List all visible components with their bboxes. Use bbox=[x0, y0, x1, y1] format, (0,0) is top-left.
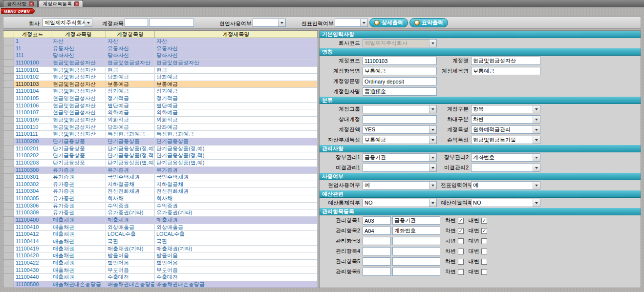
account-code-filter-input[interactable] bbox=[125, 19, 148, 27]
grid-row[interactable]: 11100106현금및현금성자산별단예금별단예금 bbox=[3, 103, 318, 110]
account-english-name-input[interactable] bbox=[363, 77, 437, 85]
dropdown-arrow-icon[interactable] bbox=[429, 182, 436, 189]
mgmt-name-input[interactable] bbox=[392, 216, 440, 225]
grid-header-cell[interactable]: 계정과목명 bbox=[51, 31, 106, 38]
mgmt-code-input[interactable] bbox=[363, 247, 391, 255]
grid-row[interactable]: 11100110현금및현금성자산당좌예금당좌예금 bbox=[3, 124, 318, 131]
mgmt-code-input[interactable] bbox=[363, 257, 391, 266]
account-name-filter-input[interactable] bbox=[149, 19, 194, 27]
dropdown-arrow-icon[interactable] bbox=[533, 105, 540, 113]
mgmt-name-input[interactable] bbox=[392, 237, 440, 245]
grid-row[interactable]: 11100111현금및현금성자산특정현금과예금특정현금과예금 bbox=[3, 131, 318, 138]
grid-row[interactable]: 11100109현금및현금성자산외화적금외화적금 bbox=[3, 117, 318, 124]
credit-checkbox[interactable] bbox=[481, 228, 487, 234]
open-item-mgmt1-select[interactable] bbox=[363, 164, 437, 172]
dropdown-arrow-icon[interactable] bbox=[429, 199, 436, 207]
grid-row[interactable]: 11100302유가증권지하철공채지하철공채 bbox=[3, 181, 318, 188]
grid-row[interactable]: 11100107현금및현금성자산외화예금외화예금 bbox=[3, 109, 318, 117]
dropdown-arrow-icon[interactable] bbox=[429, 126, 436, 133]
grid-header-cell[interactable]: 계정세목명 bbox=[155, 31, 318, 38]
dropdown-arrow-icon[interactable] bbox=[533, 182, 540, 189]
dropdown-arrow-icon[interactable] bbox=[429, 136, 436, 144]
grid-row[interactable]: 11100103현금및현금성자산보통예금보통예금 bbox=[3, 81, 318, 88]
credit-checkbox[interactable] bbox=[481, 259, 487, 265]
profit-loss-attr-select[interactable]: 현금및현금등가물 bbox=[471, 136, 540, 144]
dropdown-arrow-icon[interactable] bbox=[533, 199, 540, 207]
menu-open-button[interactable]: MENU OPEN bbox=[1, 8, 35, 14]
grid-row[interactable]: 11100300유가증권유가증권유가증권 bbox=[3, 167, 318, 174]
grid-row[interactable]: 11100202단기금융상품단기금융상품(정,적)단기금융상품(정,적) bbox=[3, 152, 318, 160]
dropdown-arrow-icon[interactable] bbox=[85, 19, 92, 26]
account-item-name-input[interactable] bbox=[363, 67, 437, 75]
dropdown-arrow-icon[interactable] bbox=[533, 116, 540, 123]
grid-row[interactable]: 111당좌자산당좌자산당좌자산 bbox=[3, 52, 318, 60]
grid-row[interactable]: 11100309유가증권유가증권(기타)유가증권(기타) bbox=[3, 209, 318, 217]
dropdown-arrow-icon[interactable] bbox=[533, 164, 540, 171]
grid-row[interactable]: 11100420매출채권받을어음받을어음 bbox=[3, 252, 318, 260]
account-detail-name-input[interactable] bbox=[471, 67, 540, 75]
grid-row[interactable]: 11100410매출채권외상매출금외상매출금 bbox=[3, 224, 318, 231]
credit-checkbox[interactable] bbox=[481, 218, 487, 224]
debit-checkbox[interactable] bbox=[458, 249, 464, 254]
account-balance-select[interactable]: YES bbox=[363, 125, 437, 134]
account-type-select[interactable]: 항목 bbox=[471, 105, 540, 113]
mgmt-code-input[interactable] bbox=[363, 227, 391, 235]
mgmt-code-input[interactable] bbox=[363, 216, 391, 225]
grid-row[interactable]: 11100306유가증권수익증권수익증권 bbox=[3, 203, 318, 210]
grid-row[interactable]: 11100100현금및현금성자산현금및현금성자산현금및현금성자산 bbox=[3, 60, 318, 67]
dropdown-arrow-icon[interactable] bbox=[429, 164, 436, 171]
asset-liability-attr-select[interactable]: 보통예금 bbox=[363, 136, 437, 144]
field-use-select[interactable]: 예 bbox=[363, 181, 437, 189]
grid-row[interactable]: 11100304유가증권전신전화채권전신전화채권 bbox=[3, 188, 318, 195]
dropdown-arrow-icon[interactable] bbox=[360, 19, 367, 26]
budget-carryover-select[interactable]: NO bbox=[471, 199, 540, 207]
tab-account-register[interactable]: 계정과목등록 × bbox=[39, 0, 83, 7]
grid-header-cell[interactable]: 계정코드 bbox=[14, 31, 51, 38]
credit-checkbox[interactable] bbox=[481, 269, 487, 275]
account-hanja-name-input[interactable] bbox=[363, 87, 437, 96]
mgmt-code-input[interactable] bbox=[363, 237, 391, 245]
dropdown-arrow-icon[interactable] bbox=[278, 19, 285, 26]
tab-notice[interactable]: 공지사항 × bbox=[3, 0, 38, 7]
grid-row[interactable]: 11100101현금및현금성자산현금현금 bbox=[3, 67, 318, 74]
open-item-mgmt2-select[interactable] bbox=[471, 164, 540, 172]
mgmt-name-input[interactable] bbox=[392, 247, 440, 255]
company-select[interactable]: 제일제지주식회사 bbox=[43, 19, 92, 27]
dropdown-arrow-icon[interactable] bbox=[533, 126, 540, 133]
grid-row[interactable]: 11100430매출채권부도어음부도어음 bbox=[3, 267, 318, 274]
debit-checkbox[interactable] bbox=[458, 269, 464, 275]
company-code-select[interactable]: 제일제지주식회사 bbox=[363, 39, 437, 47]
grid-row[interactable]: 11100203단기금융상품단기금융상품(별,예)단기금융상품(별,예) bbox=[3, 160, 318, 167]
credit-checkbox[interactable] bbox=[481, 238, 487, 244]
dropdown-arrow-icon[interactable] bbox=[533, 154, 540, 161]
grid-row[interactable]: 11100440매출채권수출대전수출대전 bbox=[3, 274, 318, 281]
mgmt-name-input[interactable] bbox=[392, 257, 440, 266]
grid-row[interactable]: 11100301유가증권국민주택채권국민주택채권 bbox=[3, 174, 318, 181]
mgmt-name-input[interactable] bbox=[392, 227, 440, 235]
dropdown-arrow-icon[interactable] bbox=[429, 105, 436, 113]
grid-row[interactable]: 11100305유가증권회사채회사채 bbox=[3, 195, 318, 203]
summary-print-button[interactable]: 요약출력 bbox=[409, 18, 448, 27]
grid-row[interactable]: 11100414매출채권국판국판 bbox=[3, 238, 318, 246]
grid-row[interactable]: 11유동자산유동자산유동자산 bbox=[3, 45, 318, 53]
grid-row[interactable]: 1자산자산자산 bbox=[3, 38, 318, 45]
grid-row[interactable]: 11100102현금및현금성자산당좌예금당좌예금 bbox=[3, 74, 318, 81]
mgmt-name-input[interactable] bbox=[392, 268, 440, 276]
counter-account-input[interactable] bbox=[363, 115, 437, 124]
debit-checkbox[interactable] bbox=[458, 218, 464, 224]
close-icon[interactable]: × bbox=[29, 1, 34, 6]
debit-credit-type-select[interactable]: 차변 bbox=[471, 115, 540, 124]
detail-print-button[interactable]: 상세출력 bbox=[369, 18, 408, 27]
grid-row[interactable]: 11100105현금및현금성자산정기적금정기적금 bbox=[3, 95, 318, 103]
grid-row[interactable]: 11100400매출채권매출채권매출채권 bbox=[3, 217, 318, 224]
debit-checkbox[interactable] bbox=[458, 259, 464, 265]
grid-row[interactable]: 11100104현금및현금성자산정기예금정기예금 bbox=[3, 88, 318, 95]
field-use-filter-select[interactable] bbox=[253, 19, 286, 27]
grid-row[interactable]: 11100412매출채권LOCAL수출LOCAL수출 bbox=[3, 231, 318, 238]
grid-row[interactable]: 11100500매출채권대손충당금매출채권대손충당금매출채권대손충당금 bbox=[3, 281, 318, 288]
mgmt-code-input[interactable] bbox=[363, 268, 391, 276]
grid-row[interactable]: 11100422매출채권할인어음할인어음 bbox=[3, 260, 318, 267]
account-attribute-select[interactable]: 원화예적금관리 bbox=[471, 125, 540, 134]
slip-entry-filter-select[interactable] bbox=[335, 19, 368, 27]
credit-checkbox[interactable] bbox=[481, 249, 487, 254]
